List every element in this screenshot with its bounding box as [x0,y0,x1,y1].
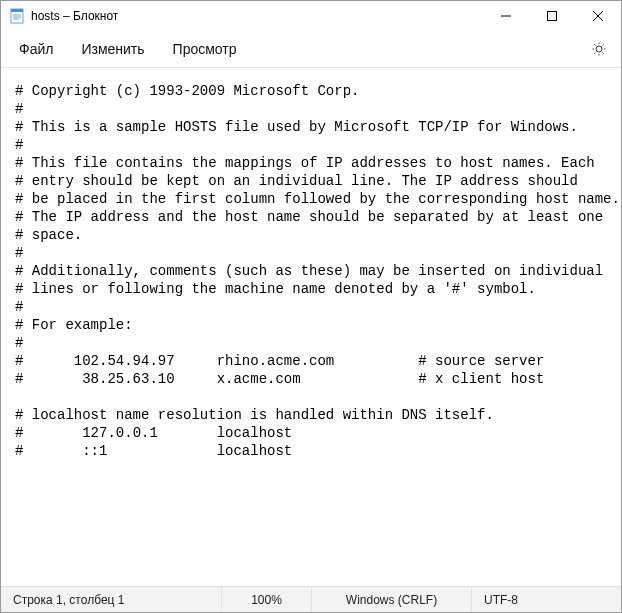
menu-file[interactable]: Файл [5,35,67,63]
status-encoding: UTF-8 [471,587,621,612]
status-position: Строка 1, столбец 1 [1,587,221,612]
svg-rect-6 [548,12,557,21]
status-line-ending: Windows (CRLF) [311,587,471,612]
window: hosts – Блокнот Файл Изменить Просмотр #… [0,0,622,613]
minimize-icon [501,11,511,21]
app-icon [9,8,25,24]
statusbar: Строка 1, столбец 1 100% Windows (CRLF) … [1,586,621,612]
titlebar[interactable]: hosts – Блокнот [1,1,621,31]
settings-button[interactable] [581,31,617,67]
menu-edit[interactable]: Изменить [67,35,158,63]
close-icon [593,11,603,21]
maximize-icon [547,11,557,21]
status-zoom[interactable]: 100% [221,587,311,612]
minimize-button[interactable] [483,1,529,31]
close-button[interactable] [575,1,621,31]
window-title: hosts – Блокнот [31,9,118,23]
svg-rect-1 [11,9,23,12]
menu-view[interactable]: Просмотр [159,35,251,63]
text-editor[interactable]: # Copyright (c) 1993-2009 Microsoft Corp… [1,68,621,586]
maximize-button[interactable] [529,1,575,31]
gear-icon [591,41,607,57]
menubar: Файл Изменить Просмотр [1,31,621,67]
